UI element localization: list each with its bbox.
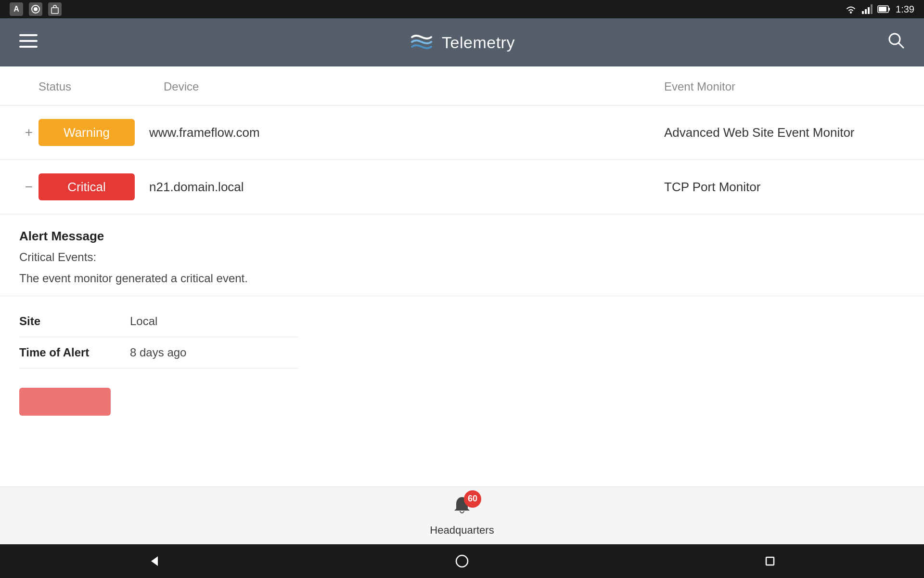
svg-point-17 xyxy=(456,555,468,567)
app-icon-bag xyxy=(48,2,62,16)
partial-action-button[interactable] xyxy=(19,388,111,416)
app-title-text: Telemetry xyxy=(442,33,515,52)
detail-row-site: Site Local xyxy=(19,306,298,337)
app-icon-circle xyxy=(29,2,42,16)
recents-button[interactable] xyxy=(756,547,784,576)
status-badge-critical: Critical xyxy=(38,173,135,200)
detail-label-site: Site xyxy=(19,315,130,328)
battery-icon xyxy=(877,4,891,14)
alert-row-warning[interactable]: + Warning www.frameflow.com Advanced Web… xyxy=(0,105,924,160)
svg-line-15 xyxy=(898,43,903,48)
row-expand-warning[interactable]: + xyxy=(19,125,38,140)
col-header-device: Device xyxy=(164,80,664,93)
column-headers: Status Device Event Monitor xyxy=(0,66,924,105)
device-critical: n21.domain.local xyxy=(144,180,664,195)
svg-rect-6 xyxy=(868,7,870,14)
status-badge-warning: Warning xyxy=(38,119,135,146)
content-area: + Warning www.frameflow.com Advanced Web… xyxy=(0,105,924,486)
signal-icon xyxy=(862,4,873,14)
device-warning: www.frameflow.com xyxy=(144,125,664,140)
status-bar-right: 1:39 xyxy=(845,4,914,15)
detail-value-time: 8 days ago xyxy=(130,346,186,359)
col-header-event-monitor: Event Monitor xyxy=(664,80,905,93)
android-nav-bar xyxy=(0,544,924,578)
search-button[interactable] xyxy=(887,32,905,53)
status-bar: A 1:39 xyxy=(0,0,924,18)
app-icon-a: A xyxy=(10,2,23,16)
svg-rect-18 xyxy=(766,557,774,565)
detail-label-time: Time of Alert xyxy=(19,346,130,359)
row-collapse-critical[interactable]: − xyxy=(19,179,38,195)
col-header-status: Status xyxy=(38,80,164,93)
alert-message-line1: Critical Events: xyxy=(19,249,905,266)
svg-rect-10 xyxy=(879,7,886,12)
back-button[interactable] xyxy=(140,547,168,576)
alert-message-title: Alert Message xyxy=(19,229,905,244)
app-title-group: Telemetry xyxy=(410,33,515,52)
alert-detail: Alert Message Critical Events: The event… xyxy=(0,214,924,296)
alert-row-critical[interactable]: − Critical n21.domain.local TCP Port Mon… xyxy=(0,160,924,214)
notification-count-badge: 60 xyxy=(464,490,481,508)
svg-point-3 xyxy=(850,12,852,13)
svg-rect-7 xyxy=(871,4,873,14)
status-bar-left: A xyxy=(10,2,62,16)
bottom-nav[interactable]: 60 Headquarters xyxy=(0,486,924,544)
svg-rect-13 xyxy=(19,46,38,48)
svg-point-1 xyxy=(34,7,38,11)
svg-rect-9 xyxy=(888,8,890,11)
svg-rect-2 xyxy=(51,8,58,13)
status-time: 1:39 xyxy=(896,4,914,15)
event-monitor-critical: TCP Port Monitor xyxy=(664,180,905,195)
wifi-icon xyxy=(845,4,857,14)
event-monitor-warning: Advanced Web Site Event Monitor xyxy=(664,125,905,140)
app-logo xyxy=(410,33,433,52)
home-button[interactable] xyxy=(448,547,476,576)
app-bar: Telemetry xyxy=(0,18,924,66)
svg-rect-11 xyxy=(19,34,38,36)
hamburger-menu-button[interactable] xyxy=(19,34,38,52)
svg-rect-5 xyxy=(865,9,867,14)
notification-bell-container[interactable]: 60 xyxy=(451,495,473,521)
alert-message-line2: The event monitor generated a critical e… xyxy=(19,270,905,287)
detail-row-time: Time of Alert 8 days ago xyxy=(19,337,298,368)
svg-marker-16 xyxy=(151,556,158,566)
detail-fields: Site Local Time of Alert 8 days ago xyxy=(0,296,924,378)
detail-value-site: Local xyxy=(130,315,157,328)
headquarters-label: Headquarters xyxy=(430,524,494,537)
svg-rect-4 xyxy=(862,11,864,14)
svg-rect-12 xyxy=(19,40,38,42)
